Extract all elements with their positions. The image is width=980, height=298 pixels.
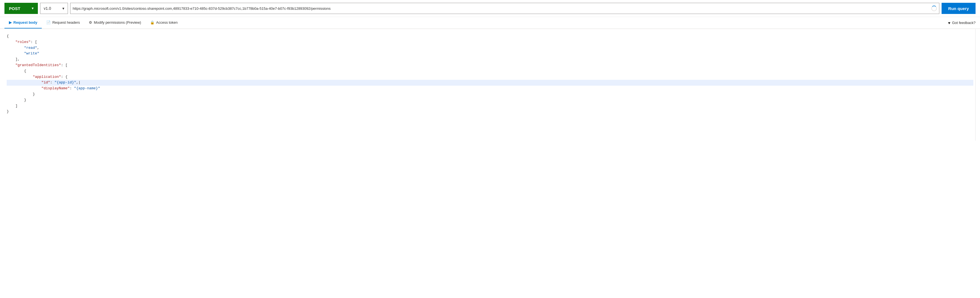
json-key-displayname: "displayName" [41,86,70,90]
code-line-1: { [7,34,973,39]
method-label: POST [9,6,20,11]
tab-request-body-label: Request body [13,20,37,24]
json-key-roles: "roles" [15,40,30,44]
code-line-9: "id": "{app-id}",| [7,80,973,86]
tabs-list: ▶ Request body 📄 Request headers ⚙ Modif… [5,17,948,29]
version-dropdown[interactable]: v1.0 ▾ [40,3,68,14]
json-value-app-name: "{app-name}" [74,86,100,90]
run-query-button[interactable]: Run query [942,3,975,14]
tab-modify-permissions-label: Modify permissions (Preview) [94,20,141,24]
modify-permissions-tab-icon: ⚙ [89,20,92,24]
code-line-8: "application": { [7,74,973,80]
request-headers-tab-icon: 📄 [46,20,51,24]
code-line-13: ] [7,103,973,109]
feedback-area[interactable]: ♥ Got feedback? [948,21,975,25]
tab-request-headers[interactable]: 📄 Request headers [42,17,84,29]
code-block: { "roles": [ "read", "write" ], "granted… [7,34,973,115]
code-line-4: "write" [7,51,973,57]
loading-spinner [931,6,937,11]
tab-request-body[interactable]: ▶ Request body [5,17,42,29]
editor-area[interactable]: { "roles": [ "read", "write" ], "granted… [0,29,980,141]
code-line-10: "displayName": "{app-name}" [7,86,973,91]
heart-icon: ♥ [948,21,950,25]
tabs-bar: ▶ Request body 📄 Request headers ⚙ Modif… [0,17,980,29]
tab-request-headers-label: Request headers [52,20,80,24]
tab-access-token[interactable]: 🔒 Access token [146,17,182,29]
code-line-11: } [7,91,973,98]
feedback-label: Got feedback? [952,21,975,25]
json-key-id: "id" [41,80,50,85]
json-value-read: "read" [24,46,37,50]
access-token-tab-icon: 🔒 [150,20,154,24]
code-line-14: } [7,109,973,115]
toolbar: POST ▾ v1.0 ▾ Run query [0,0,980,17]
code-line-3: "read", [7,45,973,51]
editor-outer: { "roles": [ "read", "write" ], "granted… [0,29,980,141]
version-chevron-icon: ▾ [62,6,64,11]
tab-access-token-label: Access token [156,20,178,24]
json-value-app-id: "{app-id}" [54,80,76,85]
request-body-tab-icon: ▶ [9,20,12,24]
code-line-6: "grantedToIdentities": [ [7,62,973,68]
code-line-12: } [7,98,973,103]
code-line-2: "roles": [ [7,39,973,45]
method-chevron-icon: ▾ [32,6,33,10]
url-input[interactable] [73,6,931,11]
url-container [70,3,939,14]
code-line-7: { [7,68,973,74]
method-dropdown[interactable]: POST ▾ [5,3,38,14]
version-label: v1.0 [44,6,51,11]
json-key-application: "application" [33,75,61,79]
json-value-write: "write" [24,51,39,56]
json-key-granted: "grantedToIdentities" [15,63,61,67]
code-line-5: ], [7,57,973,62]
tab-modify-permissions[interactable]: ⚙ Modify permissions (Preview) [84,17,146,29]
